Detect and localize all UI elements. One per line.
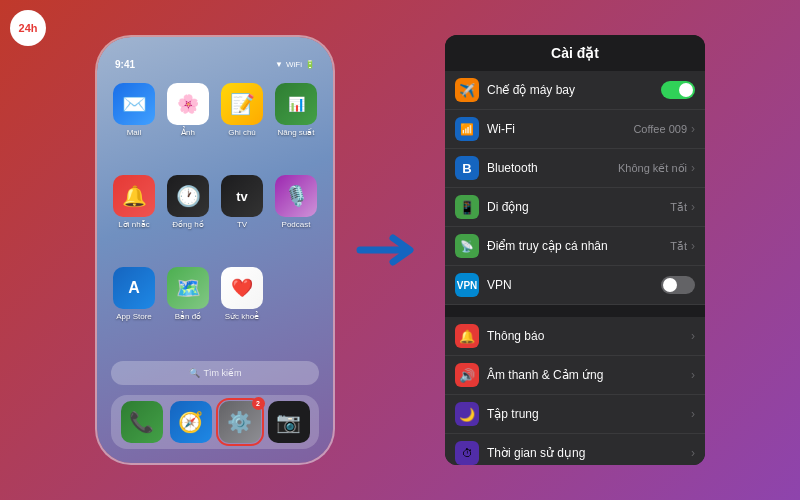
tv-label: TV bbox=[237, 220, 247, 229]
sound-label: Âm thanh & Cảm ứng bbox=[487, 368, 691, 382]
app-appstore[interactable]: A App Store bbox=[111, 267, 157, 351]
row-cellular[interactable]: 📱 Di động Tắt › bbox=[445, 188, 705, 227]
row-notifications[interactable]: 🔔 Thông báo › bbox=[445, 317, 705, 356]
status-bar: 9:41 ▼ WiFi 🔋 bbox=[107, 55, 323, 73]
wifi-value: Coffee 009 bbox=[633, 123, 687, 135]
app-grid: ✉️ Mail 🌸 Ảnh 📝 Ghi chú 📊 Năng suất 🔔 bbox=[107, 79, 323, 355]
settings-section-connectivity: ✈️ Chế độ máy bay 📶 Wi-Fi Coffee 009 › B… bbox=[445, 71, 705, 305]
hotspot-chevron: › bbox=[691, 239, 695, 253]
cellular-label: Di động bbox=[487, 200, 670, 214]
focus-chevron: › bbox=[691, 407, 695, 421]
empty-slot bbox=[275, 267, 317, 309]
bluetooth-chevron: › bbox=[691, 161, 695, 175]
bluetooth-label: Bluetooth bbox=[487, 161, 618, 175]
sound-icon: 🔊 bbox=[455, 363, 479, 387]
settings-panel: Cài đặt ✈️ Chế độ máy bay 📶 Wi-Fi Coffee… bbox=[445, 35, 705, 465]
wifi-chevron: › bbox=[691, 122, 695, 136]
reminder-label: Lời nhắc bbox=[118, 220, 149, 229]
bluetooth-icon: B bbox=[455, 156, 479, 180]
health-icon: ❤️ bbox=[221, 267, 263, 309]
app-notes[interactable]: 📝 Ghi chú bbox=[219, 83, 265, 167]
appstore-label: App Store bbox=[116, 312, 152, 321]
app-empty bbox=[273, 267, 319, 351]
settings-title: Cài đặt bbox=[445, 35, 705, 71]
logo-badge: 24h bbox=[10, 10, 46, 46]
podcast-label: Podcast bbox=[282, 220, 311, 229]
power-icon: 📊 bbox=[275, 83, 317, 125]
tv-icon: tv bbox=[221, 175, 263, 217]
screentime-icon: ⏱ bbox=[455, 441, 479, 465]
focus-icon: 🌙 bbox=[455, 402, 479, 426]
sound-chevron: › bbox=[691, 368, 695, 382]
bluetooth-value: Không kết nối bbox=[618, 162, 687, 175]
photos-icon: 🌸 bbox=[167, 83, 209, 125]
screentime-label: Thời gian sử dụng bbox=[487, 446, 691, 460]
hotspot-value: Tắt bbox=[670, 240, 687, 253]
app-power[interactable]: 📊 Năng suất bbox=[273, 83, 319, 167]
row-screentime[interactable]: ⏱ Thời gian sử dụng › bbox=[445, 434, 705, 465]
dock: 📞 🧭 ⚙️ 2 📷 bbox=[111, 395, 319, 449]
left-phone: 9:41 ▼ WiFi 🔋 ✉️ Mail 🌸 Ảnh bbox=[95, 35, 335, 465]
cellular-icon: 📱 bbox=[455, 195, 479, 219]
settings-section-notifications: 🔔 Thông báo › 🔊 Âm thanh & Cảm ứng › 🌙 T… bbox=[445, 317, 705, 465]
focus-label: Tập trung bbox=[487, 407, 691, 421]
notifications-chevron: › bbox=[691, 329, 695, 343]
status-time: 9:41 bbox=[115, 59, 135, 70]
vpn-icon: VPN bbox=[455, 273, 479, 297]
app-maps[interactable]: 🗺️ Bản đồ bbox=[165, 267, 211, 351]
mail-label: Mail bbox=[127, 128, 142, 137]
search-placeholder: Tìm kiếm bbox=[204, 368, 242, 378]
app-health[interactable]: ❤️ Sức khoẻ bbox=[219, 267, 265, 351]
maps-icon: 🗺️ bbox=[167, 267, 209, 309]
direction-arrow bbox=[355, 230, 425, 270]
wifi-label: Wi-Fi bbox=[487, 122, 633, 136]
settings-badge: 2 bbox=[252, 397, 265, 410]
wifi-icon: 📶 bbox=[455, 117, 479, 141]
search-icon: 🔍 bbox=[189, 368, 200, 378]
row-vpn[interactable]: VPN VPN bbox=[445, 266, 705, 305]
row-sound[interactable]: 🔊 Âm thanh & Cảm ứng › bbox=[445, 356, 705, 395]
main-container: 24h 9:41 ▼ WiFi 🔋 ✉️ Mail bbox=[0, 0, 800, 500]
dock-settings[interactable]: ⚙️ 2 bbox=[219, 401, 261, 443]
app-podcast[interactable]: 🎙️ Podcast bbox=[273, 175, 319, 259]
row-hotspot[interactable]: 📡 Điểm truy cập cá nhân Tắt › bbox=[445, 227, 705, 266]
arrow-container bbox=[355, 230, 425, 270]
app-clock[interactable]: 🕐 Đồng hồ bbox=[165, 175, 211, 259]
row-wifi[interactable]: 📶 Wi-Fi Coffee 009 › bbox=[445, 110, 705, 149]
settings-list[interactable]: ✈️ Chế độ máy bay 📶 Wi-Fi Coffee 009 › B… bbox=[445, 71, 705, 465]
power-label: Năng suất bbox=[277, 128, 314, 137]
health-label: Sức khoẻ bbox=[225, 312, 259, 321]
airplane-toggle[interactable] bbox=[661, 81, 695, 99]
dock-safari[interactable]: 🧭 bbox=[170, 401, 212, 443]
notifications-label: Thông báo bbox=[487, 329, 691, 343]
podcast-icon: 🎙️ bbox=[275, 175, 317, 217]
row-airplane-mode[interactable]: ✈️ Chế độ máy bay bbox=[445, 71, 705, 110]
app-mail[interactable]: ✉️ Mail bbox=[111, 83, 157, 167]
row-focus[interactable]: 🌙 Tập trung › bbox=[445, 395, 705, 434]
status-icons: ▼ WiFi 🔋 bbox=[275, 60, 315, 69]
mail-icon: ✉️ bbox=[113, 83, 155, 125]
app-tv[interactable]: tv TV bbox=[219, 175, 265, 259]
clock-label: Đồng hồ bbox=[172, 220, 203, 229]
vpn-toggle[interactable] bbox=[661, 276, 695, 294]
phone-screen: 9:41 ▼ WiFi 🔋 ✉️ Mail 🌸 Ảnh bbox=[97, 37, 333, 463]
search-bar[interactable]: 🔍 Tìm kiếm bbox=[111, 361, 319, 385]
vpn-label: VPN bbox=[487, 278, 661, 292]
hotspot-label: Điểm truy cập cá nhân bbox=[487, 239, 670, 253]
dock-camera[interactable]: 📷 bbox=[268, 401, 310, 443]
row-bluetooth[interactable]: B Bluetooth Không kết nối › bbox=[445, 149, 705, 188]
app-reminder[interactable]: 🔔 Lời nhắc bbox=[111, 175, 157, 259]
screentime-chevron: › bbox=[691, 446, 695, 460]
app-photos[interactable]: 🌸 Ảnh bbox=[165, 83, 211, 167]
dock-phone[interactable]: 📞 bbox=[121, 401, 163, 443]
notifications-icon: 🔔 bbox=[455, 324, 479, 348]
appstore-icon: A bbox=[113, 267, 155, 309]
cellular-chevron: › bbox=[691, 200, 695, 214]
notes-label: Ghi chú bbox=[228, 128, 256, 137]
airplane-icon: ✈️ bbox=[455, 78, 479, 102]
maps-label: Bản đồ bbox=[175, 312, 201, 321]
reminder-icon: 🔔 bbox=[113, 175, 155, 217]
airplane-label: Chế độ máy bay bbox=[487, 83, 661, 97]
cellular-value: Tắt bbox=[670, 201, 687, 214]
photos-label: Ảnh bbox=[181, 128, 195, 137]
